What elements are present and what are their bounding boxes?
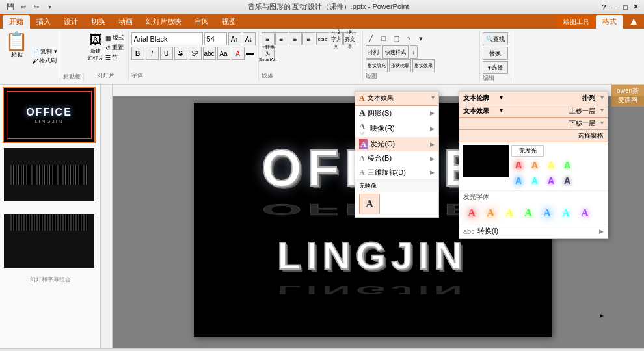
slide-thumb-3[interactable]: 3 [3,207,96,269]
close-button[interactable]: ✕ [633,3,639,11]
maximize-button[interactable]: □ [623,3,628,11]
glow-font-purple[interactable]: A [576,205,593,222]
tab-format[interactable]: 格式 [596,15,623,29]
slide-thumb-2[interactable]: 2 [3,147,96,203]
glow-red[interactable]: A [511,158,526,172]
slide-panel-footer: 幻灯和字幕组合 [3,273,98,287]
underline-btn[interactable]: U [160,47,173,60]
tab-animations[interactable]: 动画 [112,15,139,29]
glow-arrange-row: 下移一层 ▾ [459,118,608,130]
quick-access-redo[interactable]: ↪ [31,2,42,12]
glow-font-orange[interactable]: A [482,205,499,222]
tab-start[interactable]: 开始 [3,15,30,29]
shapeoutline-label[interactable]: 形状轮廓 [389,59,411,72]
fontcolor-btn[interactable]: A [232,47,245,60]
reflect-item[interactable]: A A 映像(R) ▶ [355,120,438,137]
tab-slideshow[interactable]: 幻灯片放映 [139,15,188,29]
shape-circle[interactable]: ○ [403,32,414,44]
glow-orange[interactable]: A [528,158,542,172]
bold-btn[interactable]: B [131,47,144,60]
quick-access-undo[interactable]: ↩ [18,2,29,12]
tab-transitions[interactable]: 切换 [85,15,112,29]
shape-more[interactable]: ▾ [415,32,427,44]
copy-button[interactable]: 📄复制 ▾ [32,47,57,56]
glow-font-red[interactable]: A [463,205,480,222]
section-button[interactable]: ☰节 [105,53,124,62]
slide-thumb-1[interactable]: 1 OFFICE LINGJIN [3,87,96,143]
paste-button[interactable]: 📋 粘贴 [3,31,31,81]
shape-rect[interactable]: □ [378,32,390,44]
rotate3d-item[interactable]: A 三维旋转(D) ▶ [355,166,438,179]
quick-access-menu[interactable]: ▾ [44,2,55,12]
minimize-button[interactable]: — [611,3,618,11]
charspace-btn[interactable]: abc [203,47,216,60]
increase-font-btn[interactable]: A↑ [228,32,241,46]
glow-purple[interactable]: A [544,174,558,188]
shadow-icon: A [359,108,365,118]
reflect-sub-icon-area: A [355,192,438,217]
glow-item-highlighted[interactable]: A 发光(G) ▶ [355,137,438,151]
collapse-ribbon-btn[interactable]: ▲ [623,14,644,29]
shapeeffect-label[interactable]: 形状效果 [412,59,435,72]
shape-line[interactable]: ╱ [366,32,377,44]
align-center-btn[interactable]: ≡ [275,32,288,46]
shape-round-rect[interactable]: ▢ [390,32,402,44]
slide-panel: 1 OFFICE LINGJIN 2 3 幻灯和字幕组合 [0,84,101,348]
tab-review[interactable]: 审阅 [188,15,215,29]
layout-button[interactable]: ▦版式 [105,34,124,42]
glow-dark[interactable]: A [560,174,574,188]
glow-select-row: 选择窗格 [459,130,608,142]
font-name-input[interactable] [131,32,203,46]
glow-blue[interactable]: A [511,174,526,188]
glow-yellow[interactable]: A [544,158,558,172]
glow-row2: A A A A [511,174,604,188]
bevel-icon: A [359,153,365,164]
glow-font-blue[interactable]: A [539,205,556,222]
align-right-btn[interactable]: ≡ [289,32,302,46]
reset-button[interactable]: ↺重置 [105,44,124,52]
glow-submenu[interactable]: 文本轮廓 ▾ 排列 ▾ 文本效果 ▾ 上移一层 ▾ 下移一层 ▾ [459,91,608,239]
text-effects-dropdown[interactable]: A 文本效果 ▾ A 阴影(S) ▶ A A 映像(R) ▶ [355,91,439,218]
cursor-indicator: ▸ [600,311,605,316]
justify-btn[interactable]: ≡ [302,32,315,46]
glow-cyan[interactable]: A [528,174,542,188]
slide-1-content: OFFICE LINGJIN [4,88,94,142]
help-button[interactable]: ? [602,3,606,11]
tab-insert[interactable]: 插入 [30,15,57,29]
textdir-btn[interactable]: ↔文字方向 [330,32,343,46]
reflect-preview[interactable]: A [359,194,380,214]
decrease-font-btn[interactable]: A↓ [243,32,256,46]
shapefill-btn[interactable]: ↓ [410,46,418,58]
quickstyle-btn[interactable]: 快速样式 [382,46,409,58]
glow-font-cyan[interactable]: A [557,205,574,222]
glow-green[interactable]: A [560,158,574,172]
smartart-btn[interactable]: →转换为SmartArt [262,46,275,59]
italic-btn[interactable]: I [146,47,159,60]
bevel-item[interactable]: A 棱台(B) ▶ [355,151,438,166]
quick-access-save[interactable]: 💾 [5,2,16,12]
glow-font-green[interactable]: A [520,205,537,222]
glow-header-row: 文本轮廓 ▾ 排列 ▾ [459,92,608,105]
glow-font-yellow[interactable]: A [501,205,518,222]
no-glow-btn[interactable]: 无发光 [511,145,544,157]
col-btn[interactable]: cols [316,32,329,46]
tab-design[interactable]: 设计 [57,15,85,29]
replace-btn[interactable]: 替换 [483,47,508,60]
format-painter-button[interactable]: 🖌格式刷 [32,57,57,65]
select-btn[interactable]: ▾选择 [483,61,508,74]
textalign-btn[interactable]: ↕对齐文本 [343,32,356,46]
new-slide-button[interactable]: 🖼 新建幻灯片 [88,32,103,62]
canvas-area[interactable]: 1 2 3 4 5 6 7 8 9 10 1 2 3 4 5 6 [101,84,644,348]
font-group: A↑ A↓ B I U S S² abc Aa A 字体 [129,31,259,81]
fontcase-btn[interactable]: Aa [217,47,230,60]
slides-group: 🖼 新建幻灯片 ▦版式 ↺重置 ☰节 幻灯片 [84,31,129,81]
arrange-btn[interactable]: 排列 [366,46,381,58]
font-size-input[interactable] [204,32,227,46]
find-btn[interactable]: 🔍查找 [483,32,508,46]
shadow-text-btn[interactable]: S² [189,47,202,60]
shapefill-label[interactable]: 形状填充 [366,59,388,72]
convert-item[interactable]: abc 转换(I) ▶ [459,224,608,238]
tab-view[interactable]: 视图 [215,15,243,29]
strikethrough-btn[interactable]: S [174,47,187,60]
shadow-item[interactable]: A 阴影(S) ▶ [355,106,438,120]
